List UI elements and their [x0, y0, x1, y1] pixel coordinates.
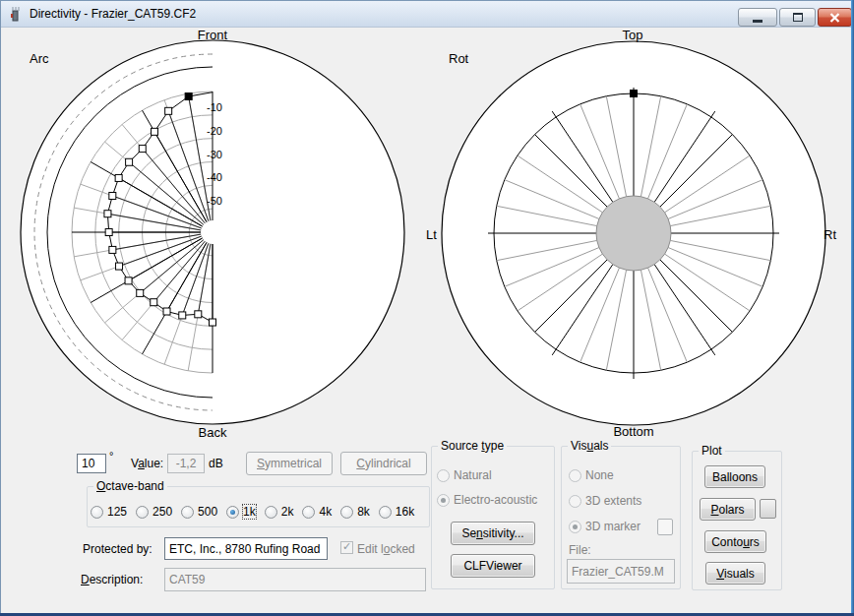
cylindrical-button: Cylindrical	[340, 452, 427, 475]
minimize-icon	[753, 20, 762, 23]
data-point-marker[interactable]	[151, 299, 157, 306]
radio-label: 3D extents	[585, 494, 641, 508]
rot-title: Rot	[449, 51, 468, 66]
minimize-button[interactable]	[738, 8, 777, 27]
radio-4k[interactable]: 4k	[302, 505, 332, 519]
arc-title: Arc	[30, 51, 49, 66]
rot-polar-plot[interactable]	[433, 28, 852, 461]
radio-label: 4k	[319, 505, 332, 519]
window-title: Directivity - Frazier_CAT59.CF2	[30, 7, 196, 21]
contours-button[interactable]: Contours	[704, 530, 766, 553]
radio-dot-icon	[573, 524, 578, 529]
rot-top-label: Top	[610, 28, 655, 42]
data-point-marker[interactable]	[116, 263, 123, 270]
app-window: Directivity - Frazier_CAT59.CF2 -10-20-3…	[0, 0, 854, 616]
arc-back-label: Back	[193, 425, 232, 440]
description-input	[164, 568, 426, 591]
db-tick-label: -50	[207, 195, 222, 207]
radio-circle-icon	[302, 506, 315, 519]
balloons-button[interactable]: Balloons	[704, 465, 765, 488]
visuals-file-input	[567, 559, 675, 584]
data-point-marker[interactable]	[105, 229, 112, 236]
file-label: File:	[569, 543, 591, 557]
radio-label: 125	[107, 505, 127, 519]
edit-locked-checkbox: ✓	[340, 541, 353, 554]
selected-data-point-marker[interactable]	[185, 92, 192, 99]
source-type-radios: NaturalElectro-acoustic	[437, 468, 537, 507]
degree-unit-label: °	[109, 450, 113, 462]
angle-input[interactable]	[77, 454, 106, 473]
radio-label: Electro-acoustic	[454, 493, 537, 507]
data-point-marker[interactable]	[152, 128, 158, 135]
radio-circle-icon	[226, 506, 239, 519]
sensitivity-button[interactable]: Sensitivity...	[451, 522, 535, 545]
titlebar[interactable]: Directivity - Frazier_CAT59.CF2	[0, 0, 854, 28]
db-tick-label: -20	[207, 125, 222, 137]
radio-circle-icon	[136, 506, 149, 519]
radio-circle-icon	[265, 506, 277, 519]
radio-circle-icon	[437, 494, 450, 507]
check-icon: ✓	[342, 540, 351, 553]
polars-button[interactable]: Polars	[700, 498, 756, 521]
data-point-marker[interactable]	[163, 308, 170, 315]
maximize-button[interactable]	[779, 8, 816, 27]
symmetrical-button: Symmetrical	[246, 452, 333, 475]
radio-label: None	[585, 468, 614, 482]
clfviewer-button[interactable]: CLFViewer	[451, 554, 535, 578]
rot-right-label: Rt	[824, 227, 836, 242]
data-point-marker[interactable]	[179, 312, 186, 319]
octave-band-radios: 1252505001k2k4k8k16k	[91, 505, 414, 519]
radio-125[interactable]: 125	[91, 505, 127, 519]
radio-circle-icon	[437, 469, 450, 482]
radio-label: 16k	[396, 505, 414, 519]
data-point-marker[interactable]	[126, 158, 133, 165]
radio-circle-icon	[569, 495, 581, 508]
data-point-marker[interactable]	[210, 319, 216, 326]
radio-3d-marker: 3D marker	[569, 520, 641, 533]
radio-label: 250	[152, 505, 172, 519]
rot-center-disc	[596, 196, 671, 271]
client-area: -10-20-30-40-50 Front Back Arc Top Botto…	[0, 28, 854, 616]
radio-label: 1k	[243, 505, 256, 519]
source-type-title: Source type	[438, 439, 507, 453]
radio-250[interactable]: 250	[136, 505, 172, 519]
polars-option-button[interactable]	[760, 499, 776, 519]
radio-label: 8k	[357, 505, 370, 519]
data-point-marker[interactable]	[165, 107, 172, 114]
edit-locked-label: Edit locked	[357, 542, 415, 556]
radio-circle-icon	[340, 506, 353, 519]
radio-500[interactable]: 500	[181, 505, 217, 519]
radio-1k[interactable]: 1k	[226, 505, 256, 519]
radio-2k[interactable]: 2k	[265, 505, 294, 519]
radio-16k[interactable]: 16k	[379, 505, 414, 519]
radio-circle-icon	[181, 506, 194, 519]
data-point-marker[interactable]	[137, 289, 144, 296]
marker-color-swatch[interactable]	[657, 519, 673, 535]
arc-polar-plot[interactable]: -10-20-30-40-50	[0, 28, 433, 461]
data-point-marker[interactable]	[109, 246, 116, 253]
data-point-marker[interactable]	[115, 174, 122, 181]
radio-circle-icon	[379, 506, 392, 519]
radio-dot-icon	[230, 510, 235, 515]
value-input	[167, 454, 205, 473]
protected-by-input[interactable]	[164, 537, 328, 560]
radio-dot-icon	[441, 498, 446, 503]
data-point-marker[interactable]	[195, 311, 202, 318]
data-point-marker[interactable]	[125, 277, 132, 284]
close-button[interactable]	[818, 8, 852, 27]
radio-none: None	[569, 468, 641, 482]
db-tick-label: -10	[207, 101, 222, 113]
visuals-button[interactable]: Visuals	[705, 562, 765, 585]
rot-left-label: Lt	[426, 227, 437, 242]
rot-marker[interactable]	[631, 91, 638, 97]
arc-front-label: Front	[193, 28, 232, 42]
radio-8k[interactable]: 8k	[340, 505, 370, 519]
data-point-marker[interactable]	[109, 192, 116, 199]
db-tick-label: -30	[207, 149, 222, 160]
data-point-marker[interactable]	[139, 146, 146, 153]
data-point-marker[interactable]	[104, 211, 111, 217]
radio-circle-icon	[91, 506, 103, 519]
protected-by-label: Protected by:	[83, 542, 152, 556]
db-unit-label: dB	[209, 457, 223, 470]
maximize-icon	[793, 13, 803, 22]
